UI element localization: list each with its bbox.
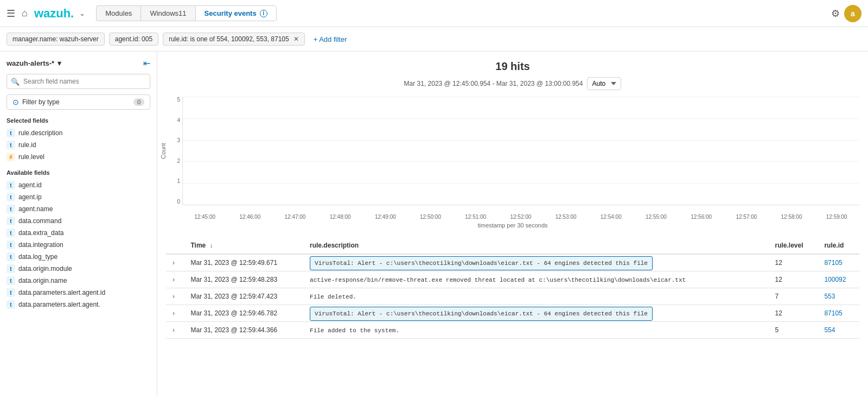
available-field-item[interactable]: tagent.ip xyxy=(0,191,157,203)
field-type-badge: t xyxy=(7,240,15,249)
x-tick-label: 12:52:00 xyxy=(510,214,531,220)
filter-agent-id[interactable]: agent.id: 005 xyxy=(109,33,158,46)
selected-fields-list: trule.descriptiontrule.id#rule.level xyxy=(0,127,157,163)
rule-id-link[interactable]: 87105 xyxy=(824,259,842,267)
field-name: data.command xyxy=(18,217,61,225)
field-type-badge: t xyxy=(7,252,15,261)
field-name: agent.ip xyxy=(18,193,42,201)
time-cell: Mar 31, 2023 @ 12:59:46.782 xyxy=(184,305,303,322)
collapse-sidebar-icon[interactable]: ⇤ xyxy=(143,58,150,68)
table-row[interactable]: ›Mar 31, 2023 @ 12:59:48.283active-respo… xyxy=(166,271,859,288)
tab-windows11[interactable]: Windows11 xyxy=(141,5,195,21)
time-cell: Mar 31, 2023 @ 12:59:44.366 xyxy=(184,322,303,339)
rule-id-link[interactable]: 100092 xyxy=(824,276,846,283)
add-filter-button[interactable]: + Add filter xyxy=(309,33,352,46)
description-cell: active-response/bin/remove-threat.exe re… xyxy=(303,271,768,288)
filter-rule-id[interactable]: rule.id: is one of 554, 100092, 553, 871… xyxy=(163,33,305,46)
x-tick-label: 12:59:00 xyxy=(826,214,847,220)
expand-icon[interactable]: › xyxy=(173,293,175,300)
time-cell: Mar 31, 2023 @ 12:59:49.671 xyxy=(184,254,303,271)
level-cell: 12 xyxy=(768,254,818,271)
top-navigation: ☰ ⌂ wazuh. ⌄ Modules Windows11 Security … xyxy=(0,0,868,27)
table-row[interactable]: ›Mar 31, 2023 @ 12:59:44.366File added t… xyxy=(166,322,859,339)
expand-icon[interactable]: › xyxy=(173,276,175,283)
description-cell: VirusTotal: Alert - c:\users\thecotilkin… xyxy=(303,254,768,271)
available-field-item[interactable]: tdata.parameters.alert.agent. xyxy=(0,299,157,311)
home-icon[interactable]: ⌂ xyxy=(22,8,28,19)
interval-select[interactable]: Auto xyxy=(587,77,621,90)
time-cell: Mar 31, 2023 @ 12:59:48.283 xyxy=(184,271,303,288)
x-tick-label: 12:45:00 xyxy=(194,214,215,220)
rule-id-link[interactable]: 553 xyxy=(824,293,835,300)
y-tick: 5 xyxy=(167,97,180,103)
hits-count: 19 hits xyxy=(166,60,859,73)
table-row[interactable]: ›Mar 31, 2023 @ 12:59:49.671VirusTotal: … xyxy=(166,254,859,271)
available-fields-list: tagent.idtagent.iptagent.nametdata.comma… xyxy=(0,179,157,311)
available-field-item[interactable]: tdata.command xyxy=(0,215,157,227)
sidebar: wazuh-alerts-* ▾ ⇤ 🔍 ⊙ Filter by type 0 … xyxy=(0,52,157,396)
filter-bar: manager.name: wazuh-server agent.id: 005… xyxy=(0,27,868,52)
available-field-item[interactable]: tagent.name xyxy=(0,203,157,215)
field-name: rule.description xyxy=(18,129,62,137)
field-type-badge: t xyxy=(7,229,15,237)
menu-icon[interactable]: ☰ xyxy=(7,8,15,20)
col-rule-id[interactable]: rule.id xyxy=(818,237,859,254)
x-tick-label: 12:47:00 xyxy=(285,214,306,220)
index-name[interactable]: wazuh-alerts-* ▾ xyxy=(7,59,61,67)
available-field-item[interactable]: tdata.parameters.alert.agent.id xyxy=(0,287,157,299)
x-tick-label: 12:46:00 xyxy=(239,214,260,220)
chart-area: 5 4 3 2 1 0 xyxy=(182,97,859,205)
filter-type-icon: ⊙ xyxy=(12,98,19,106)
table-row[interactable]: ›Mar 31, 2023 @ 12:59:46.782VirusTotal: … xyxy=(166,305,859,322)
sort-icon: ↓ xyxy=(210,242,213,249)
settings-icon[interactable]: ⚙ xyxy=(831,8,840,20)
main-layout: wazuh-alerts-* ▾ ⇤ 🔍 ⊙ Filter by type 0 … xyxy=(0,52,868,396)
tab-modules[interactable]: Modules xyxy=(96,5,141,21)
col-time[interactable]: Time ↓ xyxy=(184,237,303,254)
description-cell: File deleted. xyxy=(303,288,768,305)
available-field-item[interactable]: tdata.origin.module xyxy=(0,263,157,275)
x-tick-label: 12:54:00 xyxy=(601,214,622,220)
x-tick-label: 12:48:00 xyxy=(330,214,351,220)
field-name: rule.id xyxy=(18,141,36,149)
x-tick-label: 12:50:00 xyxy=(420,214,441,220)
field-name: data.parameters.alert.agent. xyxy=(18,301,100,308)
nav-tabs: Modules Windows11 Security events i xyxy=(96,5,276,21)
expand-icon[interactable]: › xyxy=(173,259,175,267)
filter-manager-name[interactable]: manager.name: wazuh-server xyxy=(7,33,105,46)
level-cell: 12 xyxy=(768,271,818,288)
selected-field-item[interactable]: #rule.level xyxy=(0,151,157,163)
available-field-item[interactable]: tdata.extra_data xyxy=(0,227,157,239)
chart-container: Count 5 4 3 2 1 0 xyxy=(166,97,859,205)
available-field-item[interactable]: tdata.log_type xyxy=(0,251,157,263)
field-name: data.parameters.alert.agent.id xyxy=(18,289,105,296)
table-row[interactable]: ›Mar 31, 2023 @ 12:59:47.423File deleted… xyxy=(166,288,859,305)
col-description[interactable]: rule.description xyxy=(303,237,768,254)
expand-icon[interactable]: › xyxy=(173,326,175,334)
search-field-input[interactable] xyxy=(7,74,150,89)
x-axis-labels: 12:45:0012:46:0012:47:0012:48:0012:49:00… xyxy=(182,214,859,220)
available-field-item[interactable]: tagent.id xyxy=(0,179,157,191)
date-range-text: Mar 31, 2023 @ 12:45:00.954 - Mar 31, 20… xyxy=(404,80,583,87)
content-area: 19 hits Mar 31, 2023 @ 12:45:00.954 - Ma… xyxy=(157,52,868,396)
remove-filter-icon[interactable]: ✕ xyxy=(293,35,299,43)
user-avatar[interactable]: a xyxy=(844,5,861,22)
y-axis: 5 4 3 2 1 0 xyxy=(167,97,180,205)
description-cell: VirusTotal: Alert - c:\users\thecotilkin… xyxy=(303,305,768,322)
logo-dropdown-icon[interactable]: ⌄ xyxy=(79,9,85,17)
col-level[interactable]: rule.level xyxy=(768,237,818,254)
filter-by-type-button[interactable]: ⊙ Filter by type 0 xyxy=(7,94,150,110)
selected-field-item[interactable]: trule.id xyxy=(0,139,157,151)
available-field-item[interactable]: tdata.integration xyxy=(0,239,157,251)
field-name: rule.level xyxy=(18,153,44,161)
tab-security-events[interactable]: Security events i xyxy=(195,5,277,21)
x-tick-label: 12:49:00 xyxy=(375,214,396,220)
expand-icon[interactable]: › xyxy=(173,309,175,317)
search-box: 🔍 xyxy=(7,74,150,89)
field-type-badge: t xyxy=(7,181,15,189)
available-field-item[interactable]: tdata.origin.name xyxy=(0,275,157,287)
selected-field-item[interactable]: trule.description xyxy=(0,127,157,139)
rule-id-link[interactable]: 554 xyxy=(824,326,835,334)
table-header-row: Time ↓ rule.description rule.level rule.… xyxy=(166,237,859,254)
rule-id-link[interactable]: 87105 xyxy=(824,309,842,317)
